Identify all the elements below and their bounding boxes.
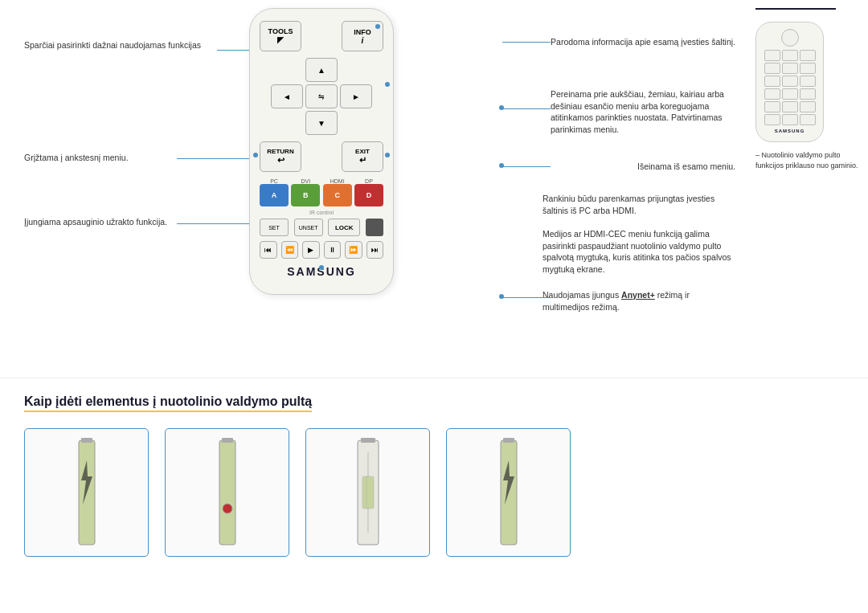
dot-anynet-right <box>499 294 504 299</box>
small-btn-18 <box>800 114 816 125</box>
small-btn-6 <box>800 63 816 74</box>
small-btn-4 <box>764 63 780 74</box>
small-remote-samsung: SAMSUNG <box>761 129 818 133</box>
small-remote-grid <box>761 50 818 125</box>
lock-row: SET UNSET LOCK <box>260 219 383 236</box>
lock-button[interactable]: LOCK <box>328 219 360 236</box>
nav-ok[interactable]: ⇋ <box>305 84 338 108</box>
media-ffwd[interactable]: ⏩ <box>345 241 362 259</box>
label-exit: Išeinama iš esamo meniu. <box>637 161 735 173</box>
connector-nav-right <box>502 108 551 109</box>
media-rewind[interactable]: ⏪ <box>281 241 299 259</box>
small-btn-10 <box>764 88 780 100</box>
small-btn-8 <box>782 76 798 87</box>
label-nav: Pereinama prie aukščiau, žemiau, kairiau… <box>551 88 735 136</box>
battery-image-2 <box>165 428 289 557</box>
btn-a-wrap: PC A <box>260 178 289 206</box>
nav-up[interactable]: ▲ <box>305 58 338 82</box>
color-buttons-row: PC A DVI B HDMI C DP D <box>260 178 383 206</box>
svg-rect-7 <box>361 438 375 443</box>
battery-svg-1 <box>59 436 115 549</box>
btn-b-wrap: DVI B <box>291 178 320 206</box>
label-info: Parodoma informacija apie esamą įvesties… <box>551 36 735 48</box>
label-color: Rankiniu būdu parenkamas prijungtas įves… <box>542 193 735 276</box>
battery-svg-3 <box>340 436 396 549</box>
media-next[interactable]: ⏭ <box>366 241 384 259</box>
bottom-title: Kaip įdėti elementus į nuotolinio valdym… <box>24 394 312 412</box>
battery-svg-4 <box>481 436 537 549</box>
color-button-c[interactable]: C <box>323 184 352 206</box>
small-btn-17 <box>782 114 798 125</box>
label-lock: Įjungiama apsauginio užrakto funkcija. <box>24 217 167 227</box>
info-symbol: i <box>362 36 364 45</box>
tools-icon: ◤ <box>277 35 284 44</box>
color-button-b[interactable]: B <box>291 184 320 206</box>
return-button[interactable]: RETURN ↩ <box>260 141 301 172</box>
battery-image-4 <box>446 428 571 557</box>
right-remote-section: SAMSUNG – Nuotolinio valdymo pulto funkc… <box>755 8 860 170</box>
tools-button[interactable]: TOOLS ◤ <box>260 21 301 51</box>
unset-button[interactable]: UNSET <box>294 219 323 236</box>
remote-control: TOOLS ◤ INFO i ▲ ◄ ⇋ ► ▼ <box>249 8 394 295</box>
top-divider <box>755 8 836 10</box>
media-play[interactable]: ▶ <box>302 241 320 259</box>
ir-row: IR control <box>260 210 383 215</box>
bottom-section: Kaip įdėti elementus į nuotolinio valdym… <box>0 378 868 573</box>
label-anynet: Naudojamas įjungus Anynet+ režimą ir mul… <box>542 289 735 313</box>
connector-exit-right <box>502 166 551 167</box>
small-btn-1 <box>764 50 780 61</box>
color-button-d[interactable]: D <box>354 184 383 206</box>
small-btn-9 <box>800 76 816 87</box>
battery-image-1 <box>24 428 149 557</box>
dot-nav-right <box>499 105 504 110</box>
label-tools: Sparčiai pasirinkti dažnai naudojamas fu… <box>24 40 201 50</box>
small-btn-5 <box>782 63 798 74</box>
svg-point-5 <box>223 504 232 513</box>
remote-body: TOOLS ◤ INFO i ▲ ◄ ⇋ ► ▼ <box>249 8 394 295</box>
svg-rect-10 <box>366 476 374 509</box>
small-btn-15 <box>800 101 816 112</box>
dot-anynet <box>319 265 324 270</box>
color-button-a[interactable]: A <box>260 184 289 206</box>
media-prev[interactable]: ⏮ <box>260 241 277 259</box>
battery-svg-2 <box>199 436 256 549</box>
small-btn-13 <box>764 101 780 112</box>
small-remote-circle <box>781 29 799 47</box>
svg-rect-12 <box>503 438 514 443</box>
connector-anynet-right <box>502 297 551 298</box>
svg-rect-4 <box>222 438 233 443</box>
right-note: – Nuotolinio valdymo pulto funkcijos pri… <box>755 150 860 170</box>
media-pause[interactable]: ⏸ <box>324 241 342 259</box>
btn-d-wrap: DP D <box>354 178 383 206</box>
exit-button[interactable]: EXIT ↵ <box>342 141 383 172</box>
nav-cluster-wrap: ▲ ◄ ⇋ ► ▼ <box>260 58 383 135</box>
small-btn-2 <box>782 50 798 61</box>
small-btn-12 <box>800 88 816 100</box>
nav-cluster: ▲ ◄ ⇋ ► ▼ <box>260 58 383 135</box>
dot-nav <box>385 82 390 87</box>
small-btn-11 <box>782 88 798 100</box>
dot-return-btn <box>253 153 258 157</box>
remote-top-row: TOOLS ◤ INFO i <box>260 21 383 51</box>
info-dot <box>375 24 380 29</box>
dot-exit <box>385 153 390 157</box>
exit-icon: ↵ <box>359 155 366 166</box>
nav-down[interactable]: ▼ <box>305 111 338 135</box>
small-btn-3 <box>800 50 816 61</box>
top-section: Sparčiai pasirinkti dažnai naudojamas fu… <box>0 0 868 370</box>
nav-right[interactable]: ► <box>340 84 372 108</box>
set-button[interactable]: SET <box>260 219 289 236</box>
small-remote: SAMSUNG <box>755 22 824 142</box>
nav-left[interactable]: ◄ <box>271 84 303 108</box>
battery-image-3 <box>305 428 430 557</box>
return-icon: ↩ <box>277 155 285 166</box>
svg-rect-1 <box>81 438 92 443</box>
battery-images-row <box>24 428 844 557</box>
return-exit-row: RETURN ↩ EXIT ↵ <box>260 141 383 172</box>
small-btn-16 <box>764 114 780 125</box>
small-btn-14 <box>782 101 798 112</box>
media-row: ⏮ ⏪ ▶ ⏸ ⏩ ⏭ <box>260 241 383 259</box>
square-button[interactable] <box>366 219 383 236</box>
connector-info-right <box>502 42 551 43</box>
small-btn-7 <box>764 76 780 87</box>
